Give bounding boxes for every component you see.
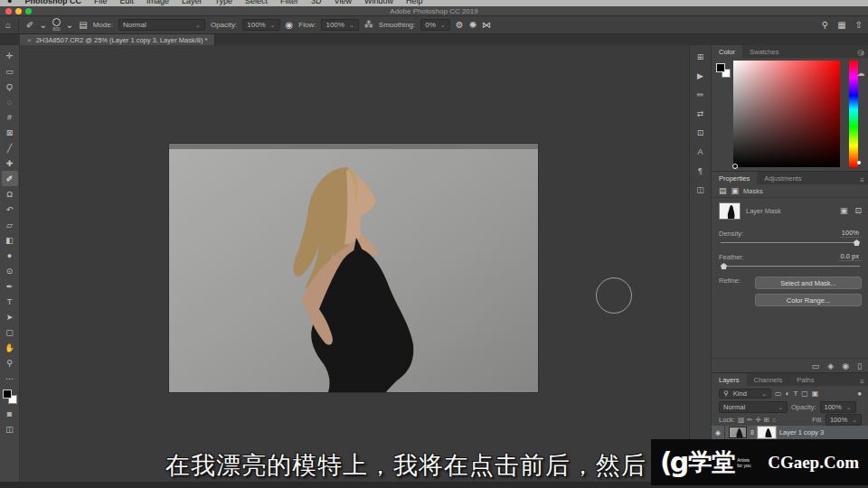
menu-file[interactable]: File — [94, 0, 108, 5]
frame-tool[interactable]: ⊠ — [2, 125, 18, 140]
eyedropper-tool[interactable]: ╱ — [2, 140, 18, 155]
layer-name[interactable]: Layer 1 copy 3 — [779, 428, 824, 436]
lock-position-icon[interactable]: ✛ — [755, 416, 760, 424]
lock-pixels-icon[interactable]: ✏ — [747, 416, 752, 424]
search-icon[interactable]: ⚲ — [822, 21, 828, 30]
path-selection-tool[interactable]: ➤ — [2, 309, 18, 324]
saturation-brightness-field[interactable] — [733, 61, 840, 167]
opacity-select[interactable]: 100% ⌄ — [242, 19, 279, 31]
mask-icon[interactable]: ▣ — [731, 186, 740, 195]
density-slider[interactable] — [721, 239, 860, 247]
fill-select[interactable]: 100% ⌄ — [826, 414, 862, 426]
menu-window[interactable]: Window — [364, 0, 393, 5]
rectangle-tool[interactable]: ▢ — [2, 324, 18, 340]
brush-tool[interactable]: ✐ — [2, 171, 18, 186]
mask-link-icon[interactable]: ⊡ — [854, 206, 862, 215]
lock-transparency-icon[interactable]: ▨ — [738, 416, 744, 424]
actions-panel-icon[interactable]: ▶ — [693, 70, 708, 82]
cloud-icon[interactable]: ☁ — [857, 69, 865, 78]
home-icon[interactable]: ⌂ — [5, 21, 11, 30]
eraser-tool[interactable]: ▱ — [2, 217, 18, 232]
close-tab-icon[interactable]: × — [27, 36, 32, 44]
apple-menu-icon[interactable]: ● — [7, 0, 12, 5]
color-range-button[interactable]: Color Range... — [755, 294, 862, 306]
color-fg-bg-swatches[interactable] — [716, 63, 731, 78]
menu-type[interactable]: Type — [215, 0, 233, 5]
workspace-switcher-icon[interactable]: ▦ — [837, 21, 845, 30]
tab-channels[interactable]: Channels — [747, 373, 790, 386]
quick-mask-button[interactable]: ◙ — [2, 406, 18, 421]
document-tab[interactable]: × 2H3A8507.CR2 @ 25% (Layer 1 copy 3, La… — [20, 34, 215, 45]
visibility-eye-icon[interactable]: ◉ — [712, 426, 725, 439]
libraries-panel-icon[interactable]: ◫ — [693, 183, 708, 196]
feather-slider-knob[interactable] — [721, 263, 727, 269]
apply-mask-icon[interactable]: ◈ — [827, 361, 834, 371]
clone-stamp-tool[interactable]: Ω — [2, 186, 18, 202]
type-tool[interactable]: T — [2, 294, 18, 309]
smoothing-select[interactable]: 0% ⌄ — [420, 19, 449, 31]
menu-filter[interactable]: Filter — [280, 0, 298, 5]
layer-mask-thumbnail[interactable] — [758, 427, 776, 438]
pixel-layer-icon[interactable]: ▤ — [719, 186, 727, 195]
canvas-area[interactable] — [20, 45, 689, 488]
layer-filter-select[interactable]: ⚲ Kind ⌄ — [719, 389, 771, 399]
pressure-size-icon[interactable]: ✺ — [469, 21, 476, 30]
tab-color[interactable]: Color — [712, 45, 742, 58]
feather-value[interactable]: 0.0 px — [838, 252, 862, 261]
menu-select[interactable]: Select — [245, 0, 268, 5]
filter-toggle-icon[interactable]: ● — [857, 389, 862, 398]
tab-adjustments[interactable]: Adjustments — [757, 172, 808, 184]
tab-paths[interactable]: Paths — [789, 373, 821, 386]
crop-tool[interactable]: # — [2, 109, 18, 125]
filter-smart-object-icon[interactable]: ▣ — [812, 389, 819, 398]
symmetry-icon[interactable]: ⋈ — [482, 21, 491, 30]
menu-layer[interactable]: Layer — [182, 0, 203, 5]
density-slider-knob[interactable] — [854, 239, 860, 246]
filter-type-icon[interactable]: T — [793, 389, 797, 398]
panel-menu-icon[interactable]: ≡ — [860, 378, 868, 386]
marquee-tool[interactable]: ▭ — [2, 63, 18, 79]
pen-tool[interactable]: ✒ — [2, 278, 18, 294]
layer-thumbnail[interactable] — [729, 427, 747, 438]
select-and-mask-button[interactable]: Select and Mask... — [755, 277, 862, 289]
learn-panel-icon[interactable]: ⊞ — [693, 51, 708, 63]
photo-document[interactable] — [169, 144, 538, 392]
edit-toolbar-button[interactable]: ⋯ — [2, 371, 18, 386]
mask-link-icon[interactable]: 8 — [750, 429, 754, 436]
menu-view[interactable]: View — [335, 0, 352, 5]
filter-adjustment-icon[interactable]: ◐ — [786, 389, 790, 398]
load-selection-icon[interactable]: ▭ — [812, 361, 820, 371]
zoom-tool[interactable]: ⚲ — [2, 355, 18, 371]
panel-menu-icon[interactable]: ≡ — [860, 176, 868, 184]
move-tool[interactable]: ✛ — [2, 48, 18, 63]
menu-app[interactable]: Photoshop CC — [24, 0, 81, 5]
blend-mode-select[interactable]: Normal ⌄ — [719, 401, 788, 413]
mask-visibility-icon[interactable]: ◉ — [842, 361, 849, 371]
dodge-tool[interactable]: ⊙ — [2, 263, 18, 278]
foreground-color-swatch[interactable] — [3, 389, 12, 399]
foreground-background-swatches[interactable] — [3, 389, 17, 404]
layer-mask-thumbnail[interactable] — [719, 202, 741, 220]
paragraph-panel-icon[interactable]: ¶ — [693, 164, 708, 177]
mask-select-icon[interactable]: ▣ — [840, 206, 848, 215]
menu-edit[interactable]: Edit — [119, 0, 134, 5]
filter-shape-icon[interactable]: ▢ — [801, 389, 808, 398]
menu-image[interactable]: Image — [146, 0, 169, 5]
pressure-opacity-icon[interactable]: ◉ — [286, 21, 294, 30]
quick-selection-tool[interactable]: ◌ — [2, 94, 18, 109]
filter-pixel-icon[interactable]: ▭ — [775, 389, 782, 398]
gradient-tool[interactable]: ◧ — [2, 232, 18, 248]
mode-select[interactable]: Normal ⌄ — [118, 19, 205, 31]
hand-tool[interactable]: ✋ — [2, 340, 18, 355]
brush-tool-icon[interactable]: ✐ — [26, 21, 33, 30]
smoothing-gear-icon[interactable]: ⚙ — [456, 21, 464, 30]
tab-swatches[interactable]: Swatches — [742, 45, 787, 58]
tab-layers[interactable]: Layers — [712, 373, 747, 386]
lock-artboard-icon[interactable]: ⊞ — [764, 416, 769, 424]
history-brush-tool[interactable]: ↶ — [2, 202, 18, 217]
clone-source-panel-icon[interactable]: ⊡ — [693, 127, 708, 139]
delete-mask-icon[interactable]: ▯ — [857, 361, 862, 371]
layer-row-layer-1-copy-3[interactable]: ◉ 8 Layer 1 copy 3 — [712, 426, 868, 440]
feather-slider[interactable] — [721, 263, 860, 270]
screen-mode-button[interactable]: ◫ — [2, 421, 18, 436]
